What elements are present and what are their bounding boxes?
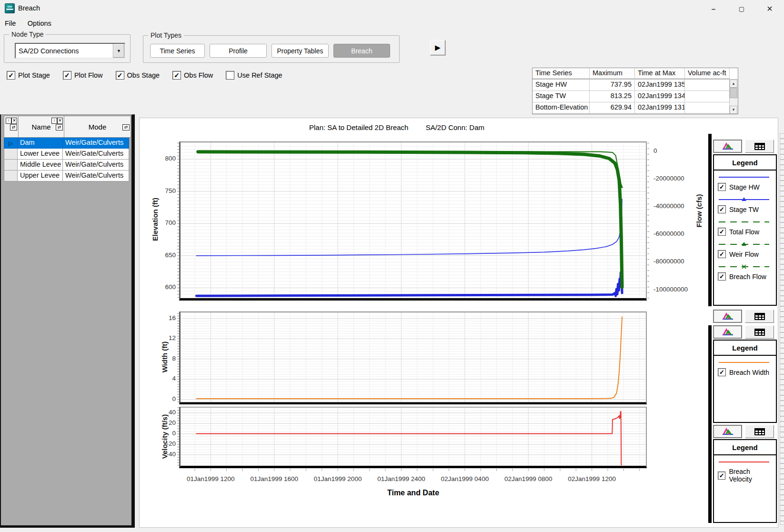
scroll-down-icon[interactable]: ▼ bbox=[730, 106, 737, 114]
x-tick-label: 02Jan1999 0400 bbox=[439, 475, 491, 482]
stats-cell: 737.95 bbox=[590, 80, 635, 90]
row-selector[interactable]: ▷ bbox=[4, 138, 18, 149]
node-name-cell[interactable]: Upper Levee bbox=[18, 171, 63, 181]
clear-sort-icon[interactable]: ✕ bbox=[11, 118, 17, 124]
checkbox[interactable]: ✓ bbox=[718, 205, 726, 213]
checkbox[interactable]: ✓ bbox=[718, 228, 726, 236]
nodes-table: ↑✕⇄Name↑✕⇄Mode⇄▷DamWeir/Gate/CulvertsLow… bbox=[4, 116, 131, 181]
node-row-upper-levee[interactable]: Upper LeveeWeir/Gate/Culverts bbox=[4, 171, 131, 181]
stats-scrollbar[interactable]: ▲▼ bbox=[729, 80, 738, 114]
show-table-button[interactable] bbox=[745, 425, 774, 438]
node-name-cell[interactable]: Lower Levee bbox=[18, 149, 63, 160]
plot-type-buttons: Time SeriesProfileProperty TablesBreach bbox=[150, 44, 390, 58]
checkbox[interactable] bbox=[226, 71, 234, 80]
legend-box: Legend✓Stage HW✓Stage TW✓Total Flow✓Weir… bbox=[713, 154, 777, 306]
legend-entry-breach-velocity: ✓Breach Velocity bbox=[714, 455, 776, 485]
name-column-header[interactable]: Name↑✕⇄ bbox=[19, 116, 64, 138]
checkbox[interactable]: ✓ bbox=[63, 71, 71, 80]
close-button[interactable]: ✕ bbox=[756, 0, 784, 17]
row-selector-header[interactable]: ↑✕⇄ bbox=[4, 116, 19, 138]
plot-type-button-breach[interactable]: Breach bbox=[333, 44, 390, 58]
checkbox[interactable]: ✓ bbox=[116, 71, 124, 80]
stats-cell: 813.25 bbox=[590, 91, 635, 102]
node-row-dam[interactable]: ▷DamWeir/Gate/Culverts bbox=[4, 138, 131, 149]
stats-row[interactable]: Bottom-Elevation629.9402Jan1999 1317 bbox=[533, 102, 738, 114]
animate-play-button[interactable]: ▶ bbox=[430, 40, 445, 55]
node-row-lower-levee[interactable]: Lower LeveeWeir/Gate/Culverts bbox=[4, 149, 131, 160]
stats-table: Time SeriesMaximumTime at MaxVolume ac-f… bbox=[532, 68, 738, 114]
show-plot-button[interactable] bbox=[713, 310, 742, 323]
minimize-button[interactable]: – bbox=[700, 0, 727, 17]
show-plot-button[interactable] bbox=[713, 325, 742, 339]
scroll-up-icon[interactable]: ▲ bbox=[730, 80, 737, 88]
filter-icon[interactable]: ⇄ bbox=[10, 124, 17, 130]
menu-file[interactable]: File bbox=[0, 18, 20, 27]
y2-axis-title: Flow (cfs) bbox=[695, 159, 703, 263]
option-use-ref-stage[interactable]: Use Ref Stage bbox=[226, 71, 282, 80]
checkbox[interactable]: ✓ bbox=[718, 250, 726, 258]
node-row-middle-levee[interactable]: Middle LeveeWeir/Gate/Culverts bbox=[4, 160, 131, 171]
stats-col-2[interactable]: Maximum bbox=[590, 68, 635, 79]
option-obs-flow[interactable]: ✓Obs Flow bbox=[172, 71, 213, 80]
legend-box: Legend✓Breach Width bbox=[713, 340, 777, 423]
node-type-dropdown[interactable]: SA/2D Connections ▼ bbox=[15, 43, 125, 59]
legend-sample-line bbox=[717, 358, 771, 367]
stats-row[interactable]: Stage HW737.9502Jan1999 1350 bbox=[533, 80, 738, 91]
window-right-scroll-strip[interactable] bbox=[780, 133, 784, 525]
show-table-button[interactable] bbox=[745, 310, 774, 323]
chart-1-area[interactable] bbox=[179, 141, 647, 301]
checkbox[interactable]: ✓ bbox=[718, 472, 725, 480]
legend-view-buttons bbox=[713, 140, 777, 153]
show-table-button[interactable] bbox=[745, 140, 774, 153]
row-selector[interactable] bbox=[4, 160, 18, 171]
sort-up-icon[interactable]: ↑ bbox=[51, 118, 57, 124]
filter-icon[interactable]: ⇄ bbox=[122, 124, 130, 130]
option-obs-stage[interactable]: ✓Obs Stage bbox=[116, 71, 160, 80]
checkbox[interactable]: ✓ bbox=[7, 71, 15, 80]
option-label: Plot Stage bbox=[18, 71, 50, 79]
node-name-cell[interactable]: Middle Levee bbox=[18, 160, 63, 171]
legend-view-buttons bbox=[713, 425, 777, 438]
legend-title: Legend bbox=[714, 341, 776, 356]
legend-divider-bar bbox=[708, 134, 712, 306]
sort-up-icon[interactable]: ↑ bbox=[6, 118, 11, 124]
plot-type-button-property-tables[interactable]: Property Tables bbox=[271, 44, 329, 58]
checkbox[interactable]: ✓ bbox=[718, 183, 726, 191]
option-plot-flow[interactable]: ✓Plot Flow bbox=[63, 71, 103, 80]
checkbox[interactable]: ✓ bbox=[718, 368, 726, 376]
checkbox[interactable]: ✓ bbox=[172, 71, 181, 80]
node-mode-cell[interactable]: Weir/Gate/Culverts bbox=[63, 149, 129, 160]
legend-entry-breach-flow: ✓Breach Flow bbox=[714, 260, 776, 282]
show-plot-button[interactable] bbox=[713, 425, 742, 438]
row-selector[interactable] bbox=[4, 171, 18, 181]
stats-col-3[interactable]: Time at Max bbox=[635, 68, 685, 79]
stats-cell bbox=[685, 102, 730, 113]
chevron-down-icon[interactable]: ▼ bbox=[113, 44, 124, 58]
stats-cell bbox=[685, 80, 730, 90]
legend-entry-label: Breach Velocity bbox=[729, 468, 773, 483]
node-mode-cell[interactable]: Weir/Gate/Culverts bbox=[63, 171, 129, 181]
show-table-button[interactable] bbox=[745, 325, 774, 339]
stats-col-4[interactable]: Volume ac-ft bbox=[685, 68, 730, 79]
stats-row[interactable]: Stage TW813.2502Jan1999 1349 bbox=[533, 91, 738, 102]
node-mode-cell[interactable]: Weir/Gate/Culverts bbox=[63, 160, 129, 171]
node-mode-cell[interactable]: Weir/Gate/Culverts bbox=[63, 138, 129, 149]
legend-entry-stage-tw: ✓Stage TW bbox=[714, 193, 776, 215]
stats-col-1[interactable]: Time Series bbox=[533, 68, 590, 79]
table-icon bbox=[754, 143, 765, 150]
row-selector[interactable] bbox=[4, 149, 18, 160]
chart-2-area[interactable] bbox=[179, 311, 647, 404]
menu-options[interactable]: Options bbox=[23, 18, 56, 27]
mode-column-header[interactable]: Mode⇄ bbox=[64, 116, 131, 138]
plot-type-button-profile[interactable]: Profile bbox=[210, 44, 267, 58]
filter-icon[interactable]: ⇄ bbox=[56, 124, 63, 130]
chart-3-area[interactable] bbox=[179, 407, 647, 468]
checkbox[interactable]: ✓ bbox=[718, 272, 726, 281]
scroll-thumb[interactable] bbox=[730, 88, 737, 98]
plot-type-button-time-series[interactable]: Time Series bbox=[150, 44, 205, 58]
maximize-button[interactable]: ▢ bbox=[728, 0, 755, 17]
node-name-cell[interactable]: Dam bbox=[18, 138, 63, 149]
clear-sort-icon[interactable]: ✕ bbox=[57, 118, 63, 124]
option-plot-stage[interactable]: ✓Plot Stage bbox=[7, 71, 50, 80]
show-plot-button[interactable] bbox=[713, 140, 742, 153]
